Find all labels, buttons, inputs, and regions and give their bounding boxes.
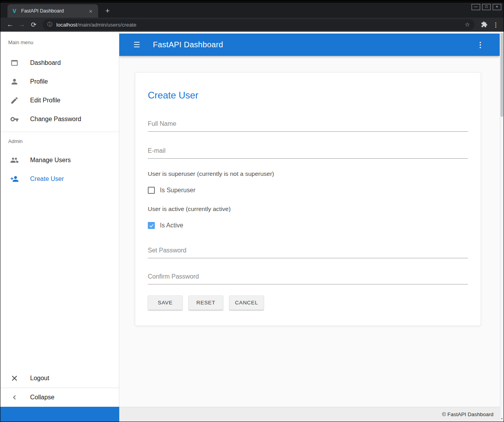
sidebar: Main menu Dashboard Profile Edit Profile: [0, 32, 119, 407]
tab-strip: V FastAPI Dashboard × + — □ ×: [0, 0, 504, 18]
superuser-hint: User is superuser (currently is not a su…: [148, 170, 468, 177]
window-maximize-button[interactable]: □: [482, 4, 491, 10]
sidebar-item-label: Collapse: [30, 394, 54, 401]
tab-title: FastAPI Dashboard: [21, 8, 87, 14]
sidebar-item-edit-profile[interactable]: Edit Profile: [0, 91, 119, 110]
sidebar-item-manage-users[interactable]: Manage Users: [0, 151, 119, 170]
sidebar-item-label: Change Password: [30, 116, 81, 123]
email-input[interactable]: [148, 146, 468, 159]
sidebar-divider: [0, 132, 119, 132]
page-title: Create User: [148, 90, 468, 101]
url-host: localhost: [56, 22, 77, 28]
sidebar-item-label: Manage Users: [30, 157, 71, 164]
confirm-password-input[interactable]: [148, 272, 468, 284]
reset-button[interactable]: RESET: [188, 295, 223, 310]
set-password-input[interactable]: [148, 245, 468, 258]
create-user-card: Create User User is superuser (currently…: [135, 72, 481, 326]
checkbox-label: Is Superuser: [160, 187, 196, 194]
forward-button[interactable]: →: [16, 21, 28, 29]
scrollbar-down-arrow-icon[interactable]: ▾: [500, 417, 504, 420]
dashboard-icon: [10, 58, 19, 68]
people-icon: [10, 156, 19, 165]
bookmark-star-icon[interactable]: ☆: [465, 21, 470, 28]
url-bar[interactable]: ⓘ localhost /main/admin/users/create ☆: [43, 19, 475, 30]
sidebar-item-label: Dashboard: [30, 59, 61, 66]
cancel-button[interactable]: CANCEL: [229, 295, 264, 310]
person-icon: [10, 77, 19, 86]
app-bar-menu-icon[interactable]: ⋮: [477, 40, 484, 49]
sidebar-item-label: Edit Profile: [30, 97, 60, 104]
browser-toolbar: ← → ⟳ ⓘ localhost /main/admin/users/crea…: [0, 18, 504, 32]
key-icon: [10, 114, 19, 124]
app-bar: ☰ FastAPI Dashboard ⋮: [119, 34, 500, 56]
form-actions: SAVE RESET CANCEL: [148, 295, 468, 310]
reload-button[interactable]: ⟳: [28, 21, 39, 29]
sidebar-section-main-menu: Main menu: [8, 39, 111, 46]
tab-close-icon[interactable]: ×: [87, 8, 94, 14]
window-controls: — □ ×: [472, 4, 501, 10]
vuetify-logo-icon: V: [11, 8, 18, 14]
sidebar-item-label: Create User: [30, 175, 64, 182]
footer: © FastAPI Dashboard: [0, 407, 504, 422]
browser-window: V FastAPI Dashboard × + — □ × ← → ⟳ ⓘ lo…: [0, 0, 504, 422]
new-tab-button[interactable]: +: [103, 6, 112, 16]
footer-accent-bar: [0, 407, 119, 422]
app-bar-title: FastAPI Dashboard: [153, 40, 223, 49]
sidebar-item-label: Logout: [30, 375, 49, 382]
active-hint: User is active (currently active): [148, 206, 468, 213]
browser-menu-icon[interactable]: ⋮: [493, 21, 499, 29]
checkbox-unchecked-icon[interactable]: [148, 187, 155, 194]
url-path: /main/admin/users/create: [77, 22, 136, 28]
sidebar-item-label: Profile: [30, 78, 48, 85]
window-close-button[interactable]: ×: [493, 4, 501, 10]
vertical-scrollbar[interactable]: ▾: [500, 32, 504, 422]
page: Main menu Dashboard Profile Edit Profile: [0, 32, 504, 422]
extensions-icon[interactable]: [481, 21, 488, 28]
checkbox-checked-icon[interactable]: [148, 222, 155, 229]
person-add-icon: [10, 174, 19, 184]
sidebar-section-admin: Admin: [8, 138, 111, 145]
full-name-input[interactable]: [148, 119, 468, 132]
copyright-text: © FastAPI Dashboard: [442, 411, 493, 417]
scrollbar-thumb[interactable]: [500, 33, 503, 117]
sidebar-item-create-user[interactable]: Create User: [0, 170, 119, 188]
site-info-icon[interactable]: ⓘ: [47, 21, 52, 28]
sidebar-item-change-password[interactable]: Change Password: [0, 110, 119, 129]
sidebar-item-logout[interactable]: Logout: [0, 369, 119, 388]
browser-tab[interactable]: V FastAPI Dashboard ×: [7, 4, 98, 18]
is-superuser-checkbox[interactable]: Is Superuser: [148, 187, 468, 194]
save-button[interactable]: SAVE: [148, 295, 183, 310]
back-button[interactable]: ←: [4, 21, 16, 29]
main-content: ☰ FastAPI Dashboard ⋮ Create User User i…: [119, 32, 500, 407]
chevron-left-icon: [10, 393, 19, 402]
logout-close-icon: [10, 374, 19, 383]
hamburger-menu-icon[interactable]: ☰: [133, 40, 140, 49]
window-minimize-button[interactable]: —: [472, 4, 480, 10]
footer-bar: © FastAPI Dashboard: [119, 407, 504, 422]
checkbox-label: Is Active: [160, 222, 183, 229]
is-active-checkbox[interactable]: Is Active: [148, 222, 468, 229]
sidebar-item-dashboard[interactable]: Dashboard: [0, 54, 119, 72]
sidebar-item-collapse[interactable]: Collapse: [0, 388, 119, 407]
sidebar-bottom: Logout Collapse: [0, 369, 119, 407]
sidebar-item-profile[interactable]: Profile: [0, 72, 119, 91]
edit-pencil-icon: [10, 96, 19, 105]
